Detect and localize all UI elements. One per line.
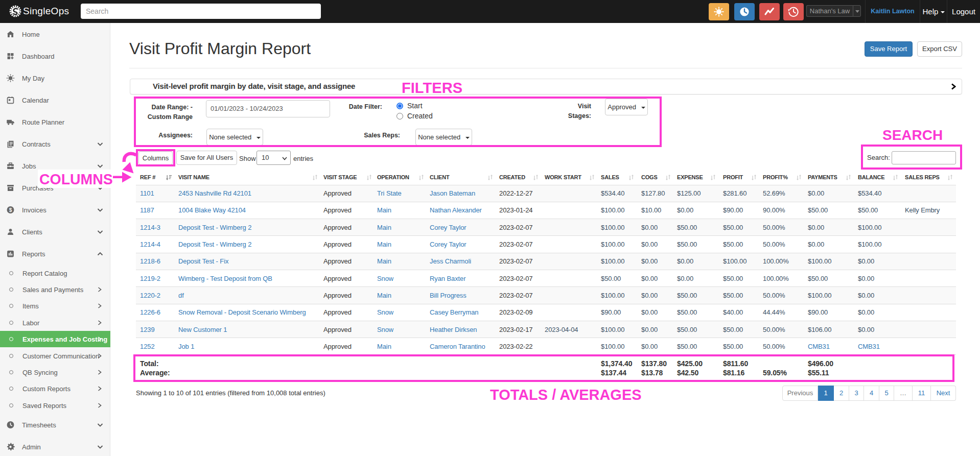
svg-text:$: $ [9, 207, 12, 212]
